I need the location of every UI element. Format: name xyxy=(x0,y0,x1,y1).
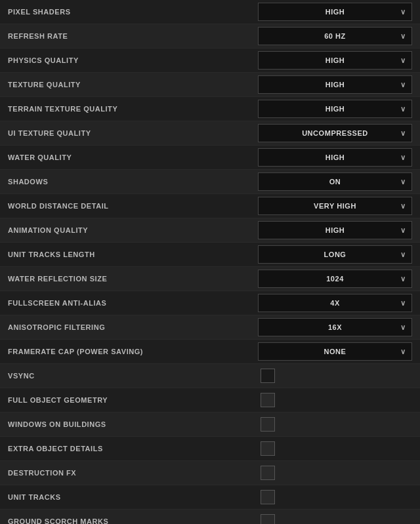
dropdown-ui-texture-quality[interactable]: UNCOMPRESSED∨ xyxy=(258,124,412,142)
control-anisotropic-filtering[interactable]: 16X∨ xyxy=(258,318,412,336)
label-water-reflection-size: WATER REFLECTION SIZE xyxy=(8,275,107,283)
setting-row-anisotropic-filtering: ANISOTROPIC FILTERING16X∨ xyxy=(0,315,420,340)
label-pixel-shaders: PIXEL SHADERS xyxy=(8,8,71,16)
label-water-quality: WATER QUALITY xyxy=(8,153,72,161)
control-ui-texture-quality[interactable]: UNCOMPRESSED∨ xyxy=(258,124,412,142)
dropdown-refresh-rate[interactable]: 60 Hz∨ xyxy=(258,27,412,45)
label-refresh-rate: REFRESH RATE xyxy=(8,32,68,40)
control-animation-quality[interactable]: HIGH∨ xyxy=(258,221,412,239)
control-extra-object-details[interactable] xyxy=(258,441,412,456)
control-world-distance-detail[interactable]: VERY HIGH∨ xyxy=(258,197,412,215)
control-pixel-shaders[interactable]: HIGH∨ xyxy=(258,3,412,21)
setting-row-texture-quality: TEXTURE QUALITYHIGH∨ xyxy=(0,73,420,97)
dropdown-texture-quality[interactable]: HIGH∨ xyxy=(258,75,412,94)
label-unit-tracks-length: UNIT TRACKS LENGTH xyxy=(8,251,95,258)
chevron-down-icon: ∨ xyxy=(400,275,406,283)
control-texture-quality[interactable]: HIGH∨ xyxy=(258,75,412,94)
checkbox-vsync[interactable] xyxy=(261,369,275,383)
chevron-down-icon: ∨ xyxy=(400,178,406,186)
dropdown-value-ui-texture-quality: UNCOMPRESSED xyxy=(302,129,368,137)
checkbox-ground-scorch-marks[interactable] xyxy=(261,514,275,524)
dropdown-value-shadows: ON xyxy=(329,178,341,186)
label-ui-texture-quality: UI TEXTURE QUALITY xyxy=(8,129,91,137)
dropdown-value-water-reflection-size: 1024 xyxy=(326,275,344,283)
control-terrain-texture-quality[interactable]: HIGH∨ xyxy=(258,100,412,118)
checkbox-windows-on-buildings[interactable] xyxy=(261,417,275,432)
checkbox-destruction-fx[interactable] xyxy=(261,466,275,480)
setting-row-world-distance-detail: WORLD DISTANCE DETAILVERY HIGH∨ xyxy=(0,194,420,218)
dropdown-animation-quality[interactable]: HIGH∨ xyxy=(258,221,412,239)
setting-row-physics-quality: PHYSICS QUALITYHIGH∨ xyxy=(0,49,420,73)
dropdown-terrain-texture-quality[interactable]: HIGH∨ xyxy=(258,100,412,118)
dropdown-world-distance-detail[interactable]: VERY HIGH∨ xyxy=(258,197,412,215)
control-fullscreen-anti-alias[interactable]: 4X∨ xyxy=(258,294,412,312)
setting-row-unit-tracks: UNIT TRACKS xyxy=(0,485,420,510)
control-full-object-geometry[interactable] xyxy=(258,393,412,407)
chevron-down-icon: ∨ xyxy=(400,348,406,356)
setting-row-water-quality: WATER QUALITYHIGH∨ xyxy=(0,146,420,170)
checkbox-wrapper-ground-scorch-marks xyxy=(258,514,412,524)
label-windows-on-buildings: WINDOWS ON BUILDINGS xyxy=(8,420,106,428)
dropdown-pixel-shaders[interactable]: HIGH∨ xyxy=(258,3,412,21)
setting-row-windows-on-buildings: WINDOWS ON BUILDINGS xyxy=(0,413,420,437)
chevron-down-icon: ∨ xyxy=(400,202,406,211)
dropdown-water-reflection-size[interactable]: 1024∨ xyxy=(258,270,412,288)
setting-row-pixel-shaders: PIXEL SHADERSHIGH∨ xyxy=(0,0,420,24)
checkbox-wrapper-windows-on-buildings xyxy=(258,417,412,432)
control-water-reflection-size[interactable]: 1024∨ xyxy=(258,270,412,288)
control-framerate-cap[interactable]: NONE∨ xyxy=(258,342,412,361)
control-vsync[interactable] xyxy=(258,369,412,383)
chevron-down-icon: ∨ xyxy=(400,226,406,235)
checkbox-extra-object-details[interactable] xyxy=(261,441,275,456)
dropdown-water-quality[interactable]: HIGH∨ xyxy=(258,148,412,167)
label-physics-quality: PHYSICS QUALITY xyxy=(8,56,79,64)
label-vsync: VSYNC xyxy=(8,372,35,380)
dropdown-value-water-quality: HIGH xyxy=(326,153,345,161)
label-unit-tracks: UNIT TRACKS xyxy=(8,493,61,501)
dropdown-value-animation-quality: HIGH xyxy=(326,226,345,234)
label-ground-scorch-marks: GROUND SCORCH MARKS xyxy=(8,517,108,524)
setting-row-ground-scorch-marks: GROUND SCORCH MARKS xyxy=(0,510,420,524)
control-unit-tracks[interactable] xyxy=(258,490,412,504)
label-anisotropic-filtering: ANISOTROPIC FILTERING xyxy=(8,323,105,331)
dropdown-anisotropic-filtering[interactable]: 16X∨ xyxy=(258,318,412,336)
dropdown-shadows[interactable]: ON∨ xyxy=(258,172,412,191)
chevron-down-icon: ∨ xyxy=(400,129,406,138)
dropdown-value-pixel-shaders: HIGH xyxy=(326,8,345,16)
label-animation-quality: ANIMATION QUALITY xyxy=(8,226,88,234)
setting-row-framerate-cap: FRAMERATE CAP (POWER SAVING)NONE∨ xyxy=(0,340,420,364)
chevron-down-icon: ∨ xyxy=(400,105,406,113)
setting-row-refresh-rate: REFRESH RATE60 Hz∨ xyxy=(0,24,420,49)
control-unit-tracks-length[interactable]: LONG∨ xyxy=(258,245,412,264)
label-world-distance-detail: WORLD DISTANCE DETAIL xyxy=(8,202,109,210)
dropdown-value-refresh-rate: 60 Hz xyxy=(324,32,346,40)
chevron-down-icon: ∨ xyxy=(400,153,406,162)
label-terrain-texture-quality: TERRAIN TEXTURE QUALITY xyxy=(8,105,117,113)
dropdown-value-anisotropic-filtering: 16X xyxy=(328,323,342,331)
control-physics-quality[interactable]: HIGH∨ xyxy=(258,51,412,70)
dropdown-unit-tracks-length[interactable]: LONG∨ xyxy=(258,245,412,264)
checkbox-full-object-geometry[interactable] xyxy=(261,393,275,407)
checkbox-unit-tracks[interactable] xyxy=(261,490,275,504)
setting-row-animation-quality: ANIMATION QUALITYHIGH∨ xyxy=(0,218,420,243)
dropdown-framerate-cap[interactable]: NONE∨ xyxy=(258,342,412,361)
setting-row-water-reflection-size: WATER REFLECTION SIZE1024∨ xyxy=(0,267,420,291)
setting-row-terrain-texture-quality: TERRAIN TEXTURE QUALITYHIGH∨ xyxy=(0,97,420,121)
control-shadows[interactable]: ON∨ xyxy=(258,172,412,191)
control-windows-on-buildings[interactable] xyxy=(258,417,412,432)
control-refresh-rate[interactable]: 60 Hz∨ xyxy=(258,27,412,45)
chevron-down-icon: ∨ xyxy=(400,251,406,259)
setting-row-ui-texture-quality: UI TEXTURE QUALITYUNCOMPRESSED∨ xyxy=(0,121,420,146)
dropdown-physics-quality[interactable]: HIGH∨ xyxy=(258,51,412,70)
control-destruction-fx[interactable] xyxy=(258,466,412,480)
control-ground-scorch-marks[interactable] xyxy=(258,514,412,524)
dropdown-value-terrain-texture-quality: HIGH xyxy=(326,105,345,113)
chevron-down-icon: ∨ xyxy=(400,32,406,41)
dropdown-value-physics-quality: HIGH xyxy=(326,56,345,64)
label-destruction-fx: DESTRUCTION FX xyxy=(8,469,76,477)
setting-row-vsync: VSYNC xyxy=(0,364,420,388)
checkbox-wrapper-destruction-fx xyxy=(258,466,412,480)
label-extra-object-details: EXTRA OBJECT DETAILS xyxy=(8,445,103,453)
control-water-quality[interactable]: HIGH∨ xyxy=(258,148,412,167)
dropdown-fullscreen-anti-alias[interactable]: 4X∨ xyxy=(258,294,412,312)
